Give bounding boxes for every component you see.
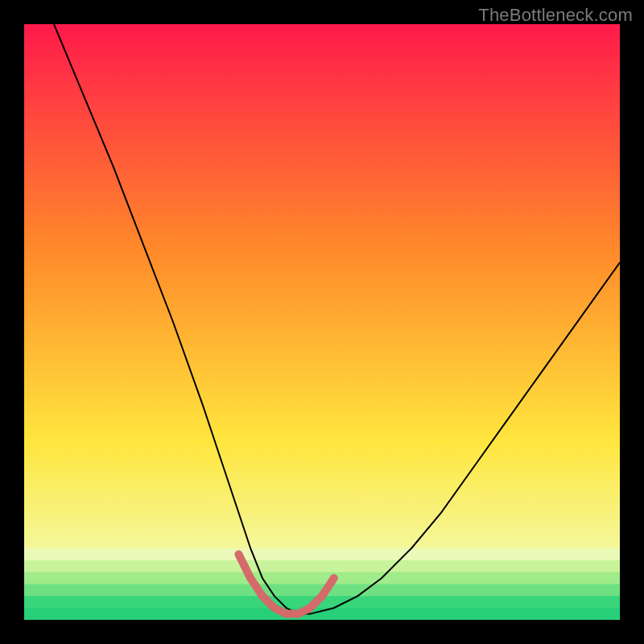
svg-rect-2 [24,572,620,584]
bottom-stripes [24,548,620,620]
svg-rect-5 [24,608,620,620]
gradient-background [24,24,620,620]
chart-svg [24,24,620,620]
chart-plot-area [24,24,620,620]
chart-frame: TheBottleneck.com [0,0,644,644]
svg-rect-1 [24,560,620,572]
svg-rect-0 [24,548,620,560]
watermark-text: TheBottleneck.com [478,5,633,26]
